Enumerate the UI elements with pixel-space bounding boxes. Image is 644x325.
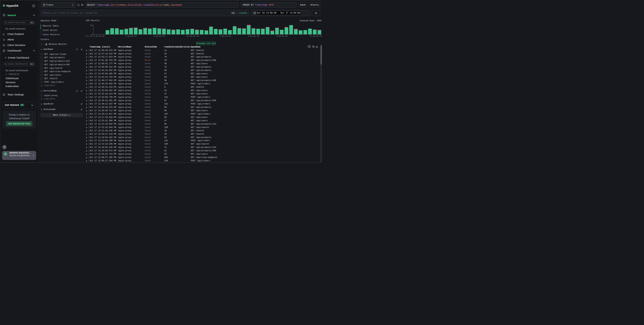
svg-text:5:00:00 PM: 5:00:00 PM [126,35,136,37]
svg-text:8:00:00 PM: 8:00:00 PM [154,35,164,37]
svg-text:6:00:00 AM: 6:00:00 AM [248,35,259,37]
svg-text:9:00:00 AM: 9:00:00 AM [276,35,288,37]
svg-text:3:00:00 AM: 3:00:00 AM [220,35,231,37]
svg-text:36: 36 [90,24,92,26]
svg-text:12:30:00 PM: 12:30:00 PM [310,35,322,37]
svg-text:Oct 26 1:00:00 PM: Oct 26 1:00:00 PM [86,35,104,37]
svg-text:11:30:00 PM: 11:30:00 PM [186,35,199,37]
